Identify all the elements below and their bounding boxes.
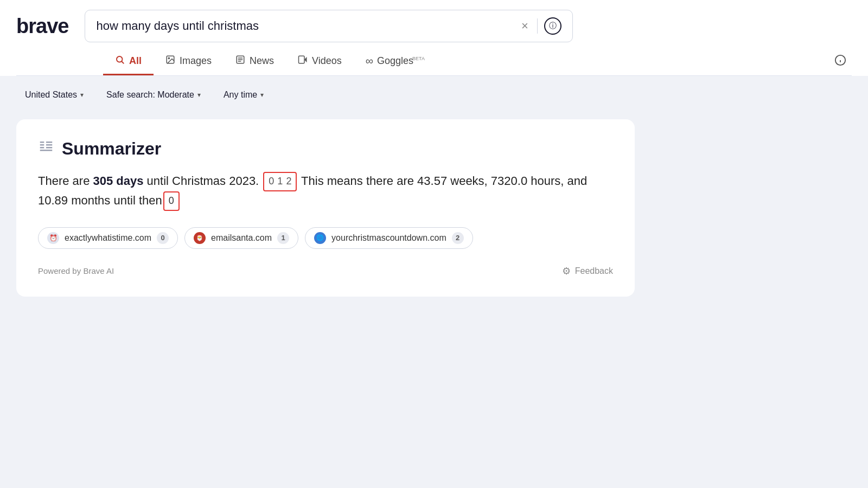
filter-row: United States ▾ Safe search: Moderate ▾ …: [0, 76, 868, 114]
goggles-icon: ∞: [366, 55, 373, 67]
svg-rect-8: [299, 56, 305, 63]
tab-videos-label: Videos: [312, 55, 342, 67]
beta-badge: BETA: [412, 56, 425, 61]
summary-mid1: until Christmas 2023.: [143, 174, 262, 188]
source-number-1: 1: [277, 232, 289, 244]
source-number-0: 0: [157, 232, 169, 244]
source-emailsanta[interactable]: 🎅 emailsanta.com 1: [184, 227, 298, 249]
region-chevron: ▾: [80, 91, 84, 99]
source-domain-exactlywhatistime: exactlywhatistime.com: [65, 233, 151, 243]
feedback-button[interactable]: ⚙ Feedback: [562, 265, 613, 277]
search-icon: [115, 55, 125, 67]
source-icon-exactlywhatistime: ⏰: [47, 232, 59, 244]
source-icon-emailsanta: 🎅: [194, 232, 206, 244]
videos-icon: [298, 55, 308, 67]
source-exactlywhatistime[interactable]: ⏰ exactlywhatistime.com 0: [38, 227, 178, 249]
ref-num-1: 1: [277, 174, 283, 189]
safe-search-label: Safe search: Moderate: [106, 90, 194, 100]
tab-goggles[interactable]: ∞ GogglesBETA: [354, 47, 437, 75]
summarizer-card: Summarizer There are 305 days until Chri…: [16, 119, 635, 297]
ref-box-triple[interactable]: 012: [263, 172, 297, 191]
tab-news[interactable]: News: [224, 47, 286, 75]
news-icon: [235, 55, 245, 67]
svg-line-1: [122, 61, 123, 63]
summarizer-header: Summarizer: [38, 139, 613, 159]
tab-images[interactable]: Images: [154, 47, 224, 75]
safe-search-filter[interactable]: Safe search: Moderate ▾: [98, 86, 209, 104]
tab-goggles-label: GogglesBETA: [377, 55, 425, 67]
tab-all[interactable]: All: [103, 47, 154, 75]
ref-num-2: 2: [286, 174, 291, 189]
logo: brave: [16, 15, 68, 38]
feedback-label: Feedback: [575, 266, 613, 276]
info-icon[interactable]: [829, 47, 852, 76]
region-filter[interactable]: United States ▾: [16, 86, 92, 104]
source-domain-emailsanta: emailsanta.com: [211, 233, 272, 243]
info-circle-icon[interactable]: ⓘ: [544, 17, 561, 35]
search-divider: [537, 18, 538, 34]
feedback-icon: ⚙: [562, 265, 571, 277]
time-filter[interactable]: Any time ▾: [215, 86, 272, 104]
nav-tabs: All Images News Videos ∞ GogglesBETA: [16, 47, 852, 76]
safe-search-chevron: ▾: [197, 91, 201, 99]
svg-point-3: [168, 57, 169, 59]
search-clear-button[interactable]: ×: [519, 17, 531, 35]
source-yourchristmascountdown[interactable]: 🌐 yourchristmascountdown.com 2: [305, 227, 473, 249]
source-icon-yourchristmascountdown: 🌐: [314, 232, 326, 244]
summary-before: There are: [38, 174, 93, 188]
main-content: Summarizer There are 305 days until Chri…: [0, 114, 651, 313]
images-icon: [165, 55, 175, 67]
summarizer-icon: [38, 139, 54, 159]
source-domain-yourchristmascountdown: yourchristmascountdown.com: [331, 233, 446, 243]
summary-bold: 305 days: [93, 174, 144, 188]
ref-num-0: 0: [269, 174, 274, 189]
summarizer-footer: Powered by Brave AI ⚙ Feedback: [38, 265, 613, 277]
ref-box-single[interactable]: 0: [163, 191, 180, 211]
tab-news-label: News: [250, 55, 274, 67]
search-bar: × ⓘ: [85, 10, 573, 42]
summary-text: There are 305 days until Christmas 2023.…: [38, 172, 613, 211]
tab-images-label: Images: [180, 55, 212, 67]
region-label: United States: [25, 90, 77, 100]
source-number-2: 2: [452, 232, 464, 244]
tab-all-label: All: [129, 55, 142, 67]
summarizer-title: Summarizer: [62, 139, 161, 159]
time-label: Any time: [224, 90, 257, 100]
powered-by-label: Powered by Brave AI: [38, 266, 114, 275]
top-row: brave × ⓘ: [16, 10, 852, 42]
search-input[interactable]: [96, 19, 513, 33]
sources-row: ⏰ exactlywhatistime.com 0 🎅 emailsanta.c…: [38, 227, 613, 249]
header: brave × ⓘ All Images News: [0, 0, 868, 76]
time-chevron: ▾: [260, 91, 264, 99]
tab-videos[interactable]: Videos: [286, 47, 354, 75]
